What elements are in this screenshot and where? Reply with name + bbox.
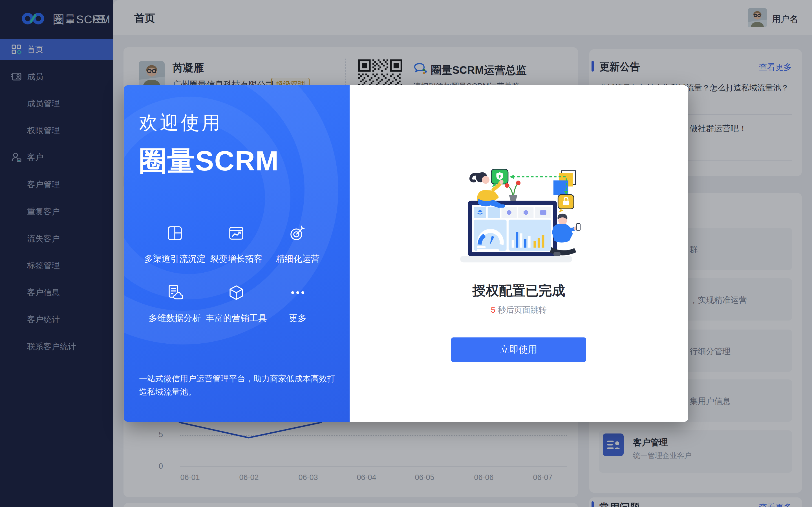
authorization-done-title: 授权配置已完成 [350, 282, 688, 300]
feature-refined-ops: 精细化运营 [267, 224, 329, 265]
redirect-countdown: 5 秒后页面跳转 [350, 304, 688, 316]
feature-growth: 裂变增长拓客 [205, 224, 267, 265]
feature-more: 更多 [267, 284, 329, 324]
authorization-illustration [453, 164, 585, 268]
target-dart-icon [267, 224, 329, 243]
layout-grid-icon [144, 224, 206, 243]
welcome-dialog: 欢迎使用 圈量SCRM 多渠道引流沉淀 裂变增长拓客 [124, 86, 688, 421]
welcome-line2: 圈量SCRM [139, 143, 279, 180]
feature-data-analysis: 多维数据分析 [144, 284, 206, 324]
welcome-line1: 欢迎使用 [139, 110, 222, 135]
browser-trend-icon [205, 224, 267, 243]
use-now-button[interactable]: 立即使用 [451, 337, 586, 362]
modal-tagline: 一站式微信用户运营管理平台，助力商家低成本高效打造私域流量池。 [139, 372, 336, 399]
cube-icon [205, 284, 267, 303]
feature-multichannel: 多渠道引流沉淀 [144, 224, 206, 265]
ellipsis-icon [267, 284, 329, 303]
welcome-dialog-right-panel: 授权配置已完成 5 秒后页面跳转 立即使用 [350, 86, 688, 421]
welcome-dialog-left-panel: 欢迎使用 圈量SCRM 多渠道引流沉淀 裂变增长拓客 [124, 86, 350, 421]
document-cloud-icon [144, 284, 206, 303]
countdown-text: 秒后页面跳转 [495, 305, 547, 314]
countdown-number: 5 [491, 305, 495, 314]
feature-marketing-tools: 丰富的营销工具 [205, 284, 267, 324]
app-window: 圈量SCRM 首页 [0, 0, 812, 507]
